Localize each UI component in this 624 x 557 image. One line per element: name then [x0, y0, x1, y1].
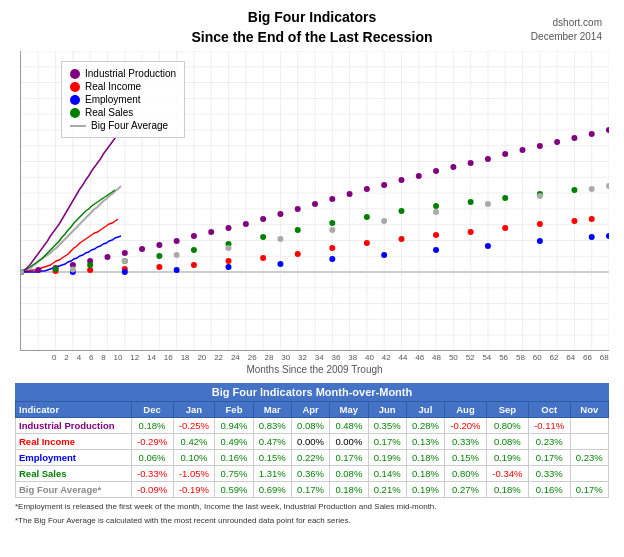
- col-nov: Nov: [570, 402, 608, 418]
- source-label: dshort.com December 2014: [531, 16, 602, 44]
- cell-income-jul: 0.13%: [406, 434, 444, 450]
- cell-avg-oct: 0.16%: [528, 482, 570, 498]
- cell-income-aug: 0.33%: [445, 434, 487, 450]
- cell-income-feb: 0.49%: [215, 434, 253, 450]
- svg-point-63: [174, 238, 180, 244]
- svg-point-145: [433, 209, 439, 215]
- cell-income-jun: 0.17%: [368, 434, 406, 450]
- svg-point-118: [589, 234, 595, 240]
- svg-point-141: [226, 245, 232, 251]
- footnote-2: *The Big Four Average is calculated with…: [15, 515, 609, 526]
- legend-item-avg: Big Four Average: [70, 120, 176, 131]
- x-axis-labels: 0 2 4 6 8 10 12 14 16 18 20 22 24 26 28 …: [52, 351, 609, 362]
- x-axis-title: Months Since the 2009 Trough: [20, 364, 609, 375]
- row-industrial-production: Industrial Production 0.18% -0.25% 0.94%…: [16, 418, 609, 434]
- svg-point-110: [174, 267, 180, 273]
- cell-avg-name: Big Four Average*: [16, 482, 132, 498]
- cell-emp-name: Employment: [16, 450, 132, 466]
- cell-ind-sep: 0.80%: [486, 418, 528, 434]
- svg-point-64: [191, 233, 197, 239]
- svg-point-62: [156, 242, 162, 248]
- cell-emp-jul: 0.18%: [406, 450, 444, 466]
- cell-emp-oct: 0.17%: [528, 450, 570, 466]
- cell-sales-oct: 0.33%: [528, 466, 570, 482]
- table-section: Big Four Indicators Month-over-Month Ind…: [10, 383, 614, 526]
- svg-point-94: [191, 262, 197, 268]
- cell-emp-apr: 0.22%: [291, 450, 329, 466]
- cell-ind-dec: 0.18%: [131, 418, 173, 434]
- svg-point-149: [606, 183, 609, 189]
- legend-line-avg: [70, 125, 86, 127]
- svg-point-79: [450, 164, 456, 170]
- svg-point-142: [277, 236, 283, 242]
- col-jun: Jun: [368, 402, 406, 418]
- svg-point-77: [416, 173, 422, 179]
- svg-point-103: [502, 225, 508, 231]
- cell-sales-aug: 0.80%: [445, 466, 487, 482]
- svg-point-60: [122, 250, 128, 256]
- cell-income-sep: 0.08%: [486, 434, 528, 450]
- col-jan: Jan: [173, 402, 215, 418]
- cell-avg-jul: 0.19%: [406, 482, 444, 498]
- cell-avg-jun: 0.21%: [368, 482, 406, 498]
- svg-point-122: [87, 262, 93, 268]
- svg-point-68: [260, 216, 266, 222]
- row-big-four-avg: Big Four Average* -0.09% -0.19% 0.59% 0.…: [16, 482, 609, 498]
- svg-point-131: [398, 208, 404, 214]
- cell-avg-sep: 0.18%: [486, 482, 528, 498]
- cell-emp-mar: 0.15%: [253, 450, 291, 466]
- cell-income-mar: 0.47%: [253, 434, 291, 450]
- cell-ind-mar: 0.83%: [253, 418, 291, 434]
- cell-avg-nov: 0.17%: [570, 482, 608, 498]
- cell-emp-may: 0.17%: [330, 450, 368, 466]
- svg-point-75: [381, 182, 387, 188]
- cell-sales-jan: -1.05%: [173, 466, 215, 482]
- cell-ind-may: 0.48%: [330, 418, 368, 434]
- svg-point-115: [433, 247, 439, 253]
- svg-point-119: [606, 233, 609, 239]
- cell-sales-may: 0.08%: [330, 466, 368, 482]
- svg-point-86: [571, 135, 577, 141]
- svg-point-114: [381, 252, 387, 258]
- cell-sales-nov: [570, 466, 608, 482]
- row-real-income: Real Income -0.29% 0.42% 0.49% 0.47% 0.0…: [16, 434, 609, 450]
- svg-point-55: [35, 267, 41, 273]
- svg-point-128: [295, 227, 301, 233]
- cell-sales-dec: -0.33%: [131, 466, 173, 482]
- svg-point-129: [329, 220, 335, 226]
- cell-emp-jan: 0.10%: [173, 450, 215, 466]
- svg-point-95: [226, 258, 232, 264]
- svg-point-83: [520, 147, 526, 153]
- svg-point-139: [122, 258, 128, 264]
- svg-point-85: [554, 139, 560, 145]
- cell-ind-feb: 0.94%: [215, 418, 253, 434]
- cell-avg-dec: -0.09%: [131, 482, 173, 498]
- svg-point-148: [589, 186, 595, 192]
- footnote-1: *Employment is released the first week o…: [15, 501, 609, 512]
- cell-sales-name: Real Sales: [16, 466, 132, 482]
- svg-point-143: [329, 227, 335, 233]
- svg-point-87: [589, 131, 595, 137]
- col-oct: Oct: [528, 402, 570, 418]
- svg-point-124: [156, 253, 162, 259]
- cell-income-dec: -0.29%: [131, 434, 173, 450]
- svg-point-69: [277, 211, 283, 217]
- legend-item-sales: Real Sales: [70, 107, 176, 118]
- cell-ind-name: Industrial Production: [16, 418, 132, 434]
- row-employment: Employment 0.06% 0.10% 0.16% 0.15% 0.22%…: [16, 450, 609, 466]
- svg-point-121: [53, 266, 59, 272]
- cell-avg-apr: 0.17%: [291, 482, 329, 498]
- col-may: May: [330, 402, 368, 418]
- cell-emp-sep: 0.19%: [486, 450, 528, 466]
- svg-point-80: [468, 160, 474, 166]
- svg-point-111: [226, 264, 232, 270]
- svg-point-112: [277, 261, 283, 267]
- cell-sales-feb: 0.75%: [215, 466, 253, 482]
- svg-point-113: [329, 256, 335, 262]
- svg-point-125: [191, 247, 197, 253]
- col-aug: Aug: [445, 402, 487, 418]
- cell-sales-mar: 1.31%: [253, 466, 291, 482]
- cell-emp-jun: 0.19%: [368, 450, 406, 466]
- cell-ind-aug: -0.20%: [445, 418, 487, 434]
- svg-point-100: [398, 236, 404, 242]
